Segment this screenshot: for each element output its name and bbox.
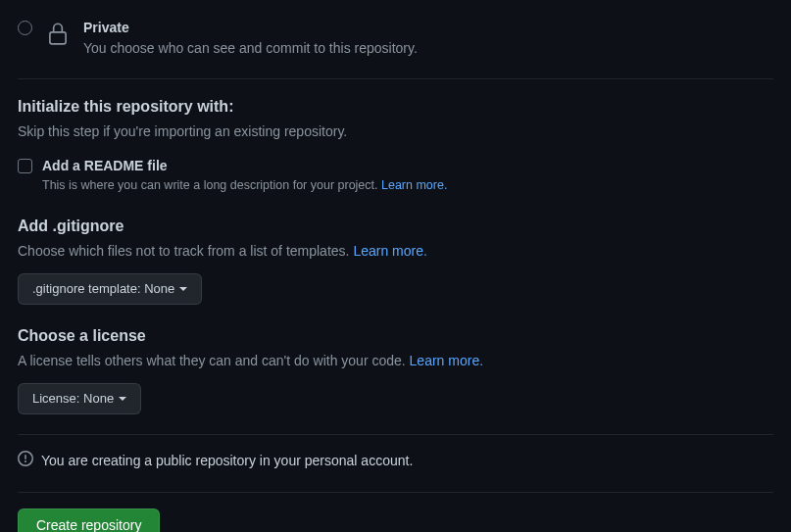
gitignore-learn-more-link[interactable]: Learn more.	[353, 243, 426, 259]
chevron-down-icon	[119, 397, 126, 401]
info-line: You are creating a public repository in …	[18, 451, 773, 472]
visibility-option-private[interactable]: Private You choose who can see and commi…	[18, 18, 773, 59]
private-title: Private	[83, 18, 773, 38]
create-repository-button[interactable]: Create repository	[18, 508, 160, 532]
lock-icon	[42, 18, 74, 49]
readme-option[interactable]: Add a README file This is where you can …	[18, 156, 773, 195]
private-radio[interactable]	[18, 21, 32, 35]
gitignore-heading: Add .gitignore	[18, 215, 773, 238]
gitignore-template-select[interactable]: .gitignore template: None	[18, 273, 202, 305]
svg-rect-0	[50, 32, 66, 44]
info-icon	[18, 451, 33, 472]
readme-learn-more-link[interactable]: Learn more.	[381, 178, 447, 192]
gitignore-section: Add .gitignore Choose which files not to…	[18, 215, 773, 305]
readme-label: Add a README file	[42, 156, 447, 176]
initialize-sub: Skip this step if you're importing an ex…	[18, 121, 773, 142]
info-text: You are creating a public repository in …	[41, 451, 413, 471]
readme-description: This is where you can write a long descr…	[42, 176, 447, 195]
initialize-heading: Initialize this repository with:	[18, 95, 773, 119]
readme-checkbox[interactable]	[18, 159, 32, 173]
divider-1	[18, 78, 773, 79]
initialize-section: Initialize this repository with: Skip th…	[18, 95, 773, 414]
private-text-block: Private You choose who can see and commi…	[83, 18, 773, 59]
private-description: You choose who can see and commit to thi…	[83, 38, 773, 59]
chevron-down-icon	[179, 287, 187, 291]
license-section: Choose a license A license tells others …	[18, 324, 773, 414]
license-description: A license tells others what they can and…	[18, 351, 773, 371]
license-learn-more-link[interactable]: Learn more.	[410, 353, 483, 368]
license-select[interactable]: License: None	[18, 383, 141, 414]
divider-3	[18, 492, 773, 493]
readme-text-block: Add a README file This is where you can …	[42, 156, 447, 195]
gitignore-description: Choose which files not to track from a l…	[18, 241, 773, 262]
license-heading: Choose a license	[18, 324, 773, 348]
divider-2	[18, 434, 773, 435]
